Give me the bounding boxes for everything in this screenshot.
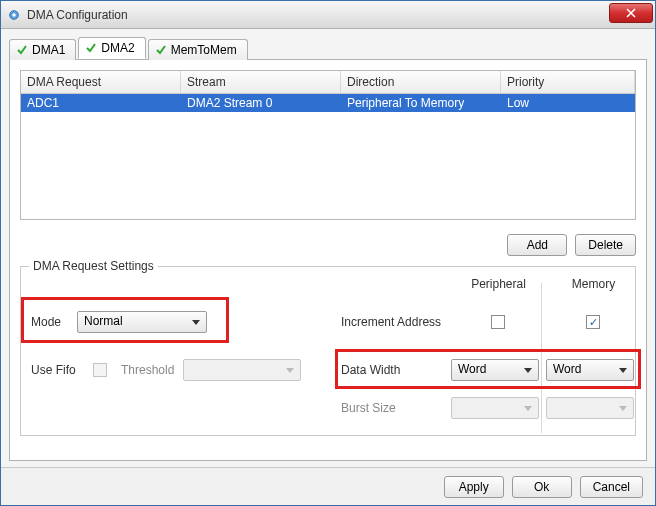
usefifo-label: Use Fifo: [31, 363, 76, 377]
tab-panel: DMA Request Stream Direction Priority AD…: [9, 59, 647, 461]
mode-value: Normal: [84, 314, 123, 328]
datawidth-peripheral-select[interactable]: Word: [451, 359, 539, 381]
dma-request-settings-group: DMA Request Settings Peripheral Memory M…: [20, 266, 636, 436]
table-body: ADC1 DMA2 Stream 0 Peripheral To Memory …: [21, 94, 635, 219]
column-divider: [541, 283, 542, 433]
delete-button[interactable]: Delete: [575, 234, 636, 256]
content-area: DMA1 DMA2 MemToMem DMA Request Stream Di…: [1, 29, 655, 467]
check-icon: [85, 42, 97, 54]
tab-dma2[interactable]: DMA2: [78, 37, 145, 59]
increment-peripheral-checkbox[interactable]: [491, 315, 505, 329]
col-peripheral-header: Peripheral: [451, 277, 546, 291]
close-icon: [626, 8, 636, 18]
titlebar: DMA Configuration: [1, 1, 655, 29]
group-legend: DMA Request Settings: [29, 259, 158, 273]
tab-label: DMA1: [32, 43, 65, 57]
tab-label: MemToMem: [171, 43, 237, 57]
table-header: DMA Request Stream Direction Priority: [21, 71, 635, 94]
col-header[interactable]: Priority: [501, 71, 635, 93]
datawidth-label: Data Width: [341, 363, 400, 377]
dma-config-window: DMA Configuration DMA1 DMA2 MemToMem DM: [0, 0, 656, 506]
dialog-footer: Apply Ok Cancel: [1, 467, 655, 505]
threshold-select: [183, 359, 301, 381]
check-icon: [16, 44, 28, 56]
svg-point-1: [12, 13, 16, 17]
usefifo-checkbox[interactable]: [93, 363, 107, 377]
increment-memory-checkbox[interactable]: [586, 315, 600, 329]
burst-memory-select: [546, 397, 634, 419]
cell-stream: DMA2 Stream 0: [181, 94, 341, 112]
cell-priority: Low: [501, 94, 635, 112]
col-header[interactable]: Stream: [181, 71, 341, 93]
apply-button[interactable]: Apply: [444, 476, 504, 498]
ok-button[interactable]: Ok: [512, 476, 572, 498]
dma-table[interactable]: DMA Request Stream Direction Priority AD…: [20, 70, 636, 220]
datawidth-memory-value: Word: [553, 362, 581, 376]
tab-memtomem[interactable]: MemToMem: [148, 39, 248, 60]
table-buttons: Add Delete: [20, 234, 636, 256]
tabstrip: DMA1 DMA2 MemToMem: [9, 35, 647, 59]
window-title: DMA Configuration: [27, 8, 128, 22]
table-row[interactable]: ADC1 DMA2 Stream 0 Peripheral To Memory …: [21, 94, 635, 112]
check-icon: [155, 44, 167, 56]
add-button[interactable]: Add: [507, 234, 567, 256]
col-memory-header: Memory: [546, 277, 641, 291]
col-header[interactable]: DMA Request: [21, 71, 181, 93]
gear-icon: [7, 8, 21, 22]
tab-label: DMA2: [101, 41, 134, 55]
tab-dma1[interactable]: DMA1: [9, 39, 76, 60]
burst-label: Burst Size: [341, 401, 396, 415]
close-button[interactable]: [609, 3, 653, 23]
cancel-button[interactable]: Cancel: [580, 476, 643, 498]
threshold-label: Threshold: [121, 363, 174, 377]
mode-label: Mode: [31, 315, 61, 329]
col-header[interactable]: Direction: [341, 71, 501, 93]
datawidth-memory-select[interactable]: Word: [546, 359, 634, 381]
cell-request: ADC1: [21, 94, 181, 112]
datawidth-peripheral-value: Word: [458, 362, 486, 376]
increment-label: Increment Address: [341, 315, 441, 329]
mode-select[interactable]: Normal: [77, 311, 207, 333]
cell-direction: Peripheral To Memory: [341, 94, 501, 112]
burst-peripheral-select: [451, 397, 539, 419]
